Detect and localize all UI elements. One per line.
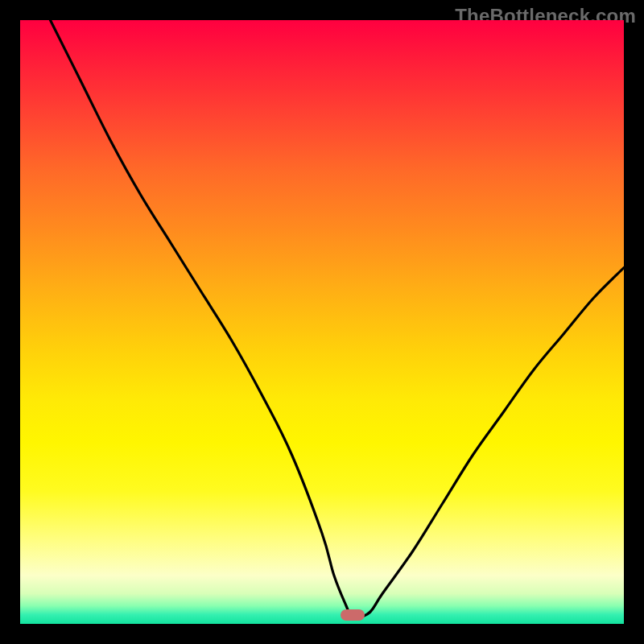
plot-area bbox=[20, 20, 624, 624]
chart-frame: TheBottleneck.com bbox=[0, 0, 644, 644]
minimum-marker bbox=[341, 609, 365, 621]
bottleneck-curve bbox=[20, 20, 624, 624]
